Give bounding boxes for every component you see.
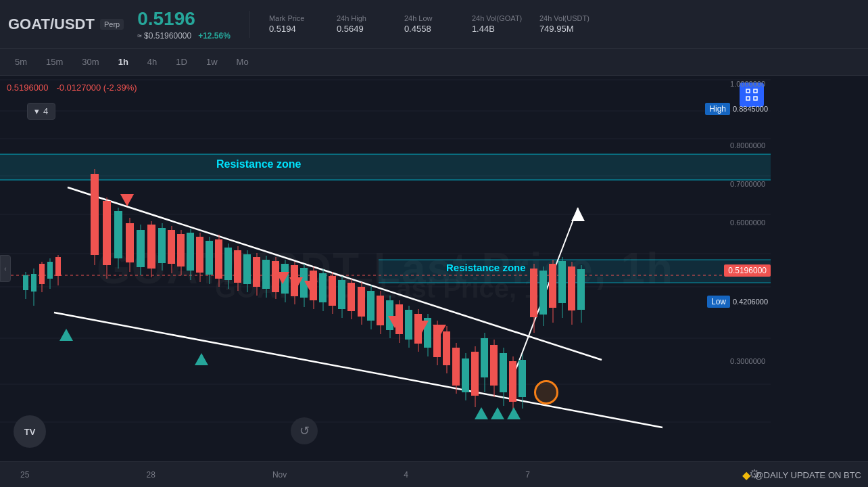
svg-rect-88: [367, 291, 375, 321]
collapse-panel-button[interactable]: ‹: [0, 255, 11, 282]
arrow-up-5: [507, 407, 521, 419]
tf-5m[interactable]: 5m: [7, 54, 35, 70]
svg-rect-114: [490, 345, 498, 386]
stat-vol-goat: 24h Vol(GOAT) 1.44B: [472, 14, 526, 34]
svg-rect-122: [530, 269, 537, 317]
chart-main: GOAT/USDT Last Price, 1h GOAT/USDT Last …: [0, 76, 868, 461]
svg-rect-110: [471, 352, 479, 396]
svg-rect-54: [206, 241, 213, 275]
chart-svg: [0, 76, 771, 461]
perp-badge: Perp: [100, 19, 124, 30]
stat-label-vol-usdt: 24h Vol(USDT): [539, 14, 594, 22]
stat-vol-usdt: 24h Vol(USDT) 749.95M: [539, 14, 594, 34]
svg-rect-96: [405, 310, 412, 340]
svg-rect-50: [187, 233, 194, 271]
stat-value-mark: 0.5194: [269, 24, 323, 34]
date-4: 4: [404, 470, 408, 480]
tf-15m[interactable]: 15m: [38, 54, 71, 70]
svg-rect-128: [558, 261, 566, 303]
svg-rect-30: [55, 257, 61, 276]
arrow-down-7: [433, 325, 446, 337]
price-main: 0.5196: [137, 8, 231, 30]
branding-text: @DAILY UPDATE ON BTC: [754, 470, 861, 480]
svg-rect-80: [329, 276, 336, 306]
svg-rect-40: [137, 230, 145, 267]
svg-rect-24: [31, 274, 37, 292]
svg-rect-22: [23, 275, 28, 290]
svg-line-18: [54, 312, 662, 427]
svg-rect-64: [253, 257, 260, 287]
svg-rect-34: [103, 201, 111, 265]
date-25: 25: [20, 470, 29, 480]
resistance-label-mid: Resistance zone: [446, 262, 526, 273]
resistance-label-top: Resistance zone: [216, 158, 301, 170]
date-nov: Nov: [272, 470, 287, 480]
svg-rect-120: [519, 360, 526, 397]
tv-logo-text: TV: [24, 427, 36, 437]
svg-rect-78: [319, 273, 327, 302]
arrow-down-4: [304, 281, 318, 293]
svg-rect-126: [549, 264, 556, 308]
stat-mark-price: Mark Price 0.5194: [269, 14, 323, 34]
svg-rect-84: [347, 283, 355, 311]
bottom-bar: 25 28 Nov 4 7 ⚙ ◆ @DAILY UPDATE ON BTC: [0, 461, 868, 487]
arrow-up-1: [59, 329, 73, 341]
arrow-up-2: [195, 353, 208, 365]
svg-rect-28: [47, 262, 53, 279]
svg-rect-32: [91, 174, 99, 255]
chevron-down-icon: ▾: [34, 106, 39, 116]
timeframe-bar: 5m 15m 30m 1h 4h 1D 1w Mo: [0, 49, 868, 76]
svg-rect-133: [746, 89, 750, 93]
branding-tag: ◆ @DAILY UPDATE ON BTC: [742, 469, 861, 482]
tf-1w[interactable]: 1w: [198, 54, 226, 70]
circle-marker: [534, 380, 558, 404]
svg-rect-10: [0, 154, 771, 180]
arrow-up-3: [475, 407, 488, 419]
tf-mo[interactable]: Mo: [228, 54, 257, 70]
stat-label-low: 24h Low: [404, 14, 458, 22]
svg-rect-46: [168, 230, 175, 264]
svg-rect-52: [196, 237, 203, 273]
svg-rect-48: [177, 234, 185, 266]
indicator-count: 4: [43, 106, 48, 116]
svg-rect-36: [114, 211, 122, 258]
tf-30m[interactable]: 30m: [74, 54, 107, 70]
svg-rect-26: [39, 264, 45, 284]
symbol-block: GOAT/USDT Perp: [8, 16, 124, 33]
branding-diamond-icon: ◆: [742, 469, 750, 482]
date-28: 28: [146, 470, 155, 480]
chart-change-label: -0.0127000 (-2.39%): [56, 83, 137, 93]
arrow-down-2: [276, 272, 289, 284]
svg-rect-86: [358, 287, 365, 317]
stat-value-vol-usdt: 749.95M: [539, 24, 594, 34]
fullscreen-button[interactable]: [740, 83, 764, 107]
symbol-name: GOAT/USDT: [8, 16, 95, 33]
svg-rect-82: [338, 280, 345, 309]
svg-rect-112: [481, 338, 488, 377]
arrow-down-6: [415, 321, 429, 333]
svg-rect-62: [243, 254, 251, 284]
arrow-down-3: [289, 277, 303, 289]
chart-container[interactable]: GOAT/USDT Last Price, 1h GOAT/USDT Last …: [0, 76, 771, 461]
tf-1h[interactable]: 1h: [110, 54, 137, 70]
stat-value-vol-goat: 1.44B: [472, 24, 526, 34]
chart-price-label: 0.5196000: [7, 83, 48, 93]
replay-button[interactable]: ↺: [291, 417, 318, 444]
stat-24h-low: 24h Low 0.4558: [404, 14, 458, 34]
svg-rect-132: [577, 269, 585, 310]
stat-value-low: 0.4558: [404, 24, 458, 34]
tf-4h[interactable]: 4h: [139, 54, 165, 70]
svg-rect-124: [539, 271, 547, 315]
price-usd: ≈ $0.51960000: [137, 31, 191, 41]
indicator-badge[interactable]: ▾ 4: [27, 103, 55, 120]
svg-rect-106: [452, 348, 460, 386]
stat-label-vol-goat: 24h Vol(GOAT): [472, 14, 526, 22]
arrow-down-5: [388, 316, 402, 328]
svg-rect-118: [509, 361, 516, 402]
svg-rect-108: [462, 358, 469, 392]
svg-rect-134: [754, 89, 757, 93]
svg-rect-136: [754, 97, 757, 100]
stat-label-mark: Mark Price: [269, 14, 323, 22]
stat-value-high: 0.5649: [337, 24, 391, 34]
tf-1d[interactable]: 1D: [168, 54, 195, 70]
